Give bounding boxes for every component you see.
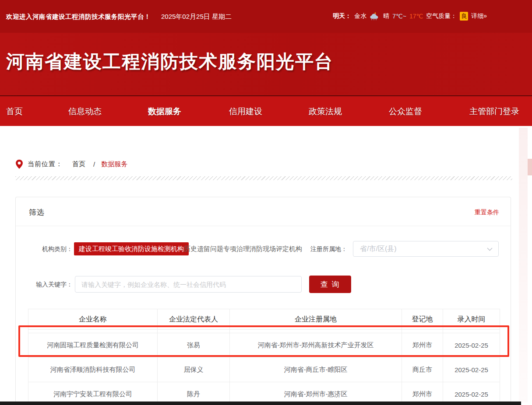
- nav-item-home[interactable]: 首页: [6, 96, 23, 127]
- table-row[interactable]: 河南固瑞工程质量检测有限公司 张易 河南省-郑州市-郑州高新技术产业开发区 郑州…: [28, 333, 500, 358]
- location-pin-icon: [16, 160, 23, 169]
- breadcrumb-separator: /: [93, 161, 95, 168]
- nav-item-credit[interactable]: 信用建设: [229, 96, 262, 127]
- cell-company-name: 河南固瑞工程质量检测有限公司: [28, 333, 158, 358]
- breadcrumb-home[interactable]: 首页: [72, 160, 85, 168]
- region-select[interactable]: 省/市/区(县): [353, 241, 499, 257]
- nav-item-admin-login[interactable]: 主管部门登录: [469, 96, 519, 127]
- table-row[interactable]: 河南省泽顺消防科技有限公司 屈保义 河南省-商丘市-睢阳区 商丘市 2025-0…: [28, 358, 500, 382]
- temp-high: 17℃: [409, 13, 423, 20]
- keyword-input[interactable]: [75, 276, 302, 293]
- topbar: 欢迎进入河南省建设工程消防技术服务阳光平台！ 2025年02月25日 星期二 明…: [0, 0, 532, 33]
- chevron-down-icon: [487, 248, 493, 251]
- cell-legal-rep: 张易: [158, 333, 230, 358]
- breadcrumb-label: 当前位置：: [28, 160, 63, 168]
- nav-item-policy[interactable]: 政策法规: [309, 96, 342, 127]
- date-text: 2025年02月25日 星期二: [161, 13, 232, 21]
- air-quality-label: 空气质量：: [426, 12, 457, 20]
- site-title: 河南省建设工程消防技术服务阳光平台: [6, 49, 334, 74]
- right-edge-tab: [528, 159, 532, 175]
- weather-tomorrow-label: 明天：: [333, 12, 351, 20]
- category-option-inspection[interactable]: 建设工程竣工验收消防设施检测机构: [74, 242, 189, 255]
- cloud-icon: [370, 12, 380, 20]
- breadcrumb: 当前位置： 首页 / 数据服务: [16, 158, 127, 170]
- results-table: 企业名称 企业法定代表人 企业注册属地 登记地 录入时间 河南固瑞工程质量检测有…: [28, 309, 500, 405]
- cell-entry-date: 2025-02-25: [443, 358, 500, 382]
- cell-region: 河南省-郑州市-郑州高新技术产业开发区: [230, 333, 402, 358]
- main-nav: 首页 信息动态 数据服务 信用建设 政策法规 公众监督 主管部门登录: [0, 95, 532, 126]
- cell-entry-date: 2025-02-25: [443, 333, 500, 358]
- filter-title: 筛选: [29, 207, 45, 217]
- weather-district: 金水: [354, 12, 366, 20]
- nav-item-data-service[interactable]: 数据服务: [148, 96, 181, 127]
- table-spacer-row: [28, 330, 500, 333]
- th-region: 企业注册属地: [230, 309, 402, 330]
- keyword-label: 输入关键字：: [16, 276, 73, 293]
- weather-condition: 晴: [383, 12, 389, 20]
- filter-card: 筛选 重置条件 机构类别： 建设工程竣工验收消防设施检测机构 历史遗留问题专项治…: [15, 197, 511, 405]
- weather-detail-link[interactable]: 详细»: [471, 12, 487, 20]
- hatch-divider: [15, 176, 512, 180]
- temp-low: 7℃~: [392, 13, 406, 20]
- region-label: 注册所属地：: [268, 241, 347, 257]
- table-header-row: 企业名称 企业法定代表人 企业注册属地 登记地 录入时间: [28, 309, 500, 330]
- th-company-name: 企业名称: [28, 309, 158, 330]
- region-select-placeholder: 省/市/区(县): [360, 241, 397, 256]
- cell-region: 河南省-商丘市-睢阳区: [230, 358, 402, 382]
- filter-card-header: 筛选 重置条件: [16, 197, 511, 226]
- weather-widget: 明天： 金水 晴 7℃~ 17℃ 空气质量： 良 详细»: [333, 12, 487, 21]
- right-edge-strip: [519, 128, 528, 402]
- cell-legal-rep: 屈保义: [158, 358, 230, 382]
- category-label: 机构类别：: [16, 242, 73, 255]
- reset-filters-link[interactable]: 重置条件: [475, 209, 499, 216]
- th-registry-city: 登记地: [402, 309, 443, 330]
- cell-company-name: 河南省泽顺消防科技有限公司: [28, 358, 158, 382]
- th-legal-rep: 企业法定代表人: [158, 309, 230, 330]
- cell-registry-city: 商丘市: [402, 358, 443, 382]
- welcome-text: 欢迎进入河南省建设工程消防技术服务阳光平台！: [6, 13, 151, 21]
- cell-registry-city: 郑州市: [402, 333, 443, 358]
- bottom-dark-bar: [0, 402, 521, 405]
- search-button[interactable]: 查 询: [309, 276, 351, 293]
- nav-item-supervision[interactable]: 公众监督: [389, 96, 422, 127]
- th-entry-date: 录入时间: [443, 309, 500, 330]
- air-quality-badge: 良: [460, 12, 468, 21]
- site-header: 河南省建设工程消防技术服务阳光平台: [0, 33, 532, 95]
- nav-item-news[interactable]: 信息动态: [68, 96, 102, 127]
- breadcrumb-current: 数据服务: [101, 160, 127, 168]
